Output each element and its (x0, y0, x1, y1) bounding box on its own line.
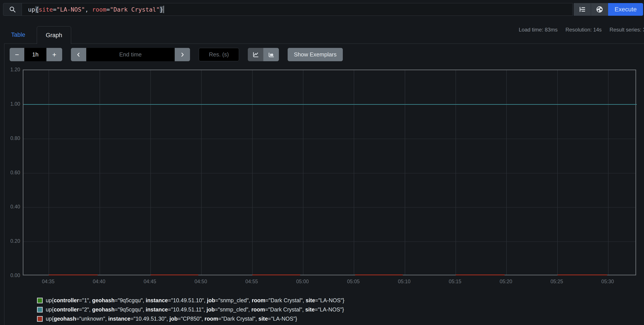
v-gridline (557, 70, 558, 275)
h-gridline (24, 139, 636, 139)
chart-plot-area[interactable] (23, 69, 636, 275)
resolution-input[interactable] (199, 48, 239, 61)
query-token-label: room (92, 6, 106, 13)
globe-icon (596, 6, 603, 13)
legend-swatch (37, 316, 43, 322)
legend-item[interactable]: up{geohash="unknown", instance="10.49.51… (37, 316, 344, 322)
range-increase-button[interactable]: + (46, 48, 62, 61)
stats-resolution: Resolution: 14s (566, 27, 602, 33)
y-axis-tick-label: 0.00 (5, 272, 20, 279)
stacked-chart-icon (268, 51, 275, 58)
text-cursor (164, 6, 164, 13)
legend-series-label: up{geohash="unknown", instance="10.49.51… (46, 316, 297, 322)
metrics-explorer-icon (579, 6, 586, 13)
legend-item[interactable]: up{controller="2", geohash="9q5cgqu", in… (37, 307, 344, 313)
chart-type-toggle (248, 48, 279, 61)
stats-load-time: Load time: 83ms (519, 27, 558, 33)
graph-controls: − + (10, 48, 343, 61)
metrics-explorer-button[interactable] (574, 3, 591, 16)
series-line (150, 275, 198, 275)
range-decrease-button[interactable]: − (10, 48, 24, 61)
query-token-brace: { (35, 6, 39, 13)
time-control (71, 48, 190, 61)
v-gridline (608, 70, 608, 275)
v-gridline (252, 70, 252, 275)
v-gridline (354, 70, 354, 275)
v-gridline (456, 70, 456, 275)
x-axis-tick-label: 04:35 (35, 279, 61, 285)
series-line (49, 275, 98, 275)
y-axis-tick-label: 1.20 (5, 66, 20, 73)
show-exemplars-button[interactable]: Show Exemplars (288, 48, 343, 61)
query-token-brace: } (160, 6, 163, 13)
globe-button[interactable] (591, 3, 608, 16)
v-gridline (506, 70, 507, 275)
x-axis-tick-label: 05:25 (544, 279, 570, 285)
x-axis-tick-label: 05:00 (290, 279, 316, 285)
series-line (355, 275, 403, 275)
time-back-button[interactable] (71, 48, 86, 61)
x-axis-tick-label: 04:40 (86, 279, 112, 285)
y-axis-tick-label: 0.20 (5, 238, 20, 244)
v-gridline (303, 70, 304, 275)
chevron-right-icon (180, 52, 185, 57)
series-line (456, 275, 504, 275)
end-time-input[interactable] (86, 48, 175, 61)
legend-series-label: up{controller="2", geohash="9q5cgqu", in… (46, 307, 344, 313)
x-axis-tick-label: 05:10 (391, 279, 418, 285)
stats-result-series: Result series: 3 (610, 27, 644, 33)
series-line (558, 275, 608, 275)
legend: up{controller="1", geohash="9q5cgqu", in… (37, 297, 344, 322)
execute-button[interactable]: Execute (608, 3, 643, 16)
series-line (252, 275, 300, 275)
stacked-chart-toggle-button[interactable] (263, 48, 279, 61)
query-token-plain: = (106, 6, 110, 13)
y-axis-tick-label: 0.40 (5, 204, 20, 210)
search-icon (9, 6, 16, 13)
x-axis-tick-label: 04:50 (188, 279, 214, 285)
query-token-label: site (39, 6, 53, 13)
query-stats: Load time: 83ms Resolution: 14s Result s… (519, 26, 644, 33)
tab-table[interactable]: Table (6, 26, 30, 43)
h-gridline (24, 242, 636, 242)
v-gridline (48, 70, 49, 275)
chevron-left-icon (76, 52, 82, 57)
query-token-plain: , (85, 6, 92, 13)
tab-graph[interactable]: Graph (37, 26, 71, 44)
legend-swatch (37, 307, 43, 313)
query-bar: up{site="LA-NOS", room="Dark Crystal"} E… (3, 3, 643, 16)
query-token-string: "LA-NOS" (56, 6, 85, 13)
legend-item[interactable]: up{controller="1", geohash="9q5cgqu", in… (37, 297, 344, 304)
series-line (24, 104, 637, 105)
line-chart-toggle-button[interactable] (248, 48, 263, 61)
query-token-string: "Dark Crystal" (110, 6, 160, 13)
range-input[interactable] (24, 48, 46, 61)
range-control: − + (10, 48, 62, 61)
v-gridline (405, 70, 405, 275)
query-token-plain: up (28, 6, 35, 13)
y-axis-tick-label: 1.00 (5, 101, 20, 107)
line-chart-icon (252, 51, 259, 58)
x-axis-tick-label: 05:15 (442, 279, 468, 285)
v-gridline (150, 70, 151, 275)
legend-series-label: up{controller="1", geohash="9q5cgqu", in… (46, 297, 344, 304)
query-token-plain: = (53, 6, 56, 13)
v-gridline (201, 70, 202, 275)
x-axis-tick-label: 05:30 (594, 279, 621, 285)
h-gridline (24, 173, 636, 173)
x-axis-tick-label: 04:55 (238, 279, 265, 285)
query-input[interactable]: up{site="LA-NOS", room="Dark Crystal"} (22, 3, 573, 16)
x-axis-tick-label: 04:45 (137, 279, 163, 285)
x-axis-tick-label: 05:20 (493, 279, 519, 285)
y-axis-tick-label: 0.80 (5, 135, 20, 141)
legend-swatch (37, 298, 43, 303)
v-gridline (100, 70, 100, 275)
h-gridline (24, 207, 636, 208)
y-axis-tick-label: 0.60 (5, 170, 20, 176)
x-axis-tick-label: 05:05 (340, 279, 366, 285)
search-box (3, 3, 22, 16)
time-forward-button[interactable] (175, 48, 190, 61)
graph-panel: − + (4, 43, 644, 325)
